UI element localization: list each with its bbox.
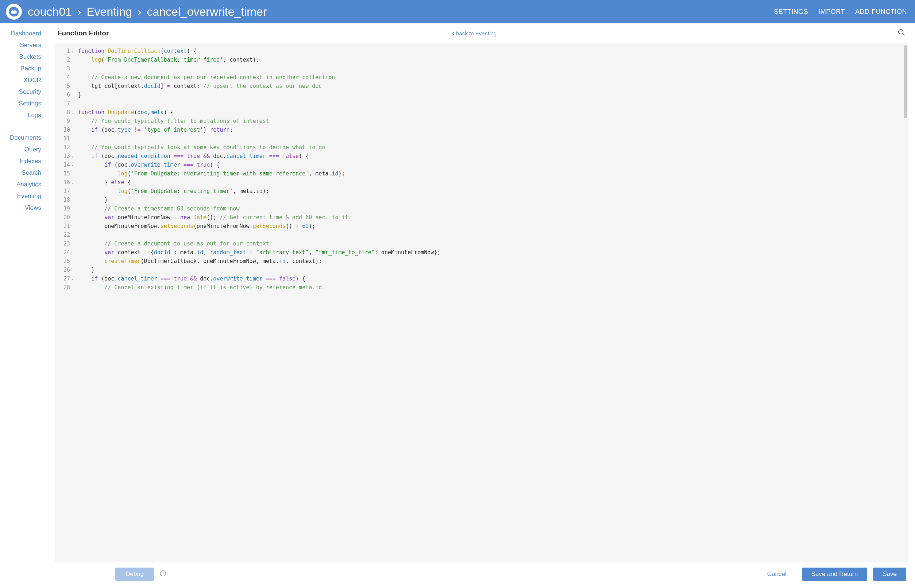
back-to-eventing-link[interactable]: < back to Eventing xyxy=(451,30,496,37)
code-line[interactable]: // You would typically look at some key … xyxy=(78,143,904,152)
code-line[interactable]: oneMinuteFromNow.setSeconds(oneMinuteFro… xyxy=(78,222,904,231)
search-icon[interactable] xyxy=(897,29,905,38)
logo-icon xyxy=(6,4,22,20)
code-line[interactable]: } xyxy=(78,195,904,204)
code-line[interactable] xyxy=(78,64,904,73)
code-line[interactable]: if (doc.needed_condition === true && doc… xyxy=(78,152,904,160)
code-line[interactable]: } xyxy=(78,265,904,274)
code-line[interactable]: if (doc.cancel_timer === true && doc.ove… xyxy=(78,274,904,283)
main: DashboardServersBucketsBackupXDCRSecurit… xyxy=(0,23,915,588)
sidebar-item-indexes[interactable]: Indexes xyxy=(0,158,48,165)
top-nav: SETTINGS IMPORT ADD FUNCTION xyxy=(774,8,907,16)
code-line[interactable]: } xyxy=(78,90,904,99)
sidebar-item-search[interactable]: Search xyxy=(0,169,48,176)
code-line[interactable]: log('From OnUpdate: creating timer', met… xyxy=(78,187,904,195)
svg-point-8 xyxy=(163,572,163,573)
cancel-button[interactable]: Cancel xyxy=(758,568,796,581)
editor-footer: Debug Cancel Save and Return Save xyxy=(48,562,915,588)
sidebar-item-views[interactable]: Views xyxy=(0,204,48,212)
code-line[interactable]: tgt_col[context.docId] = context; // ups… xyxy=(78,82,904,90)
breadcrumb: couch01 › Eventing › cancel_overwrite_ti… xyxy=(28,5,774,19)
sidebar: DashboardServersBucketsBackupXDCRSecurit… xyxy=(0,23,48,588)
sidebar-item-query[interactable]: Query xyxy=(0,146,48,153)
code-line[interactable]: if (doc.overwrite_timer === true) { xyxy=(78,160,904,169)
sidebar-item-dashboard[interactable]: Dashboard xyxy=(0,30,48,37)
settings-link[interactable]: SETTINGS xyxy=(774,8,808,16)
page-title: Function Editor xyxy=(58,29,109,37)
save-and-return-button[interactable]: Save and Return xyxy=(802,568,868,581)
sidebar-item-backup[interactable]: Backup xyxy=(0,65,48,72)
sidebar-item-logs[interactable]: Logs xyxy=(0,111,48,119)
sidebar-item-eventing[interactable]: Eventing xyxy=(0,192,48,200)
info-icon[interactable] xyxy=(160,570,167,578)
add-function-link[interactable]: ADD FUNCTION xyxy=(855,8,907,16)
breadcrumb-segment[interactable]: Eventing xyxy=(86,5,132,18)
debug-button[interactable]: Debug xyxy=(115,568,154,581)
code-line[interactable]: function OnUpdate(doc,meta) { xyxy=(78,108,904,117)
sidebar-item-xdcr[interactable]: XDCR xyxy=(0,77,48,84)
code-line[interactable] xyxy=(78,231,904,239)
sidebar-item-settings[interactable]: Settings xyxy=(0,100,48,107)
code-line[interactable]: // You would typically filter to mutatio… xyxy=(78,117,904,126)
breadcrumb-segment: cancel_overwrite_timer xyxy=(147,5,267,18)
svg-rect-2 xyxy=(12,10,13,12)
code-line[interactable]: // Create a new document as per our rece… xyxy=(78,73,904,82)
svg-line-5 xyxy=(903,34,905,36)
chevron-right-icon: › xyxy=(75,5,84,18)
line-number-gutter: 1234567891011121314151617181920212223242… xyxy=(55,43,72,562)
sidebar-item-buckets[interactable]: Buckets xyxy=(0,53,48,61)
code-line[interactable]: // Create a document to use as out for o… xyxy=(78,239,904,248)
svg-point-4 xyxy=(899,29,903,34)
code-line[interactable]: } else { xyxy=(78,178,904,187)
code-area[interactable]: function DocTimerCallback(context) { log… xyxy=(72,43,909,562)
code-line[interactable]: // Cancel an existing timer (if it is ac… xyxy=(78,283,904,292)
svg-rect-3 xyxy=(15,10,16,12)
svg-rect-1 xyxy=(11,11,17,14)
code-line[interactable]: if (doc.type != 'type_of_interest') retu… xyxy=(78,126,904,134)
code-editor[interactable]: 1234567891011121314151617181920212223242… xyxy=(55,43,909,562)
code-line[interactable] xyxy=(78,99,904,108)
scrollbar-thumb[interactable] xyxy=(904,45,907,118)
sidebar-item-documents[interactable]: Documents xyxy=(0,134,48,142)
code-line[interactable]: createTimer(DocTimerCallback, oneMinuteF… xyxy=(78,257,904,265)
breadcrumb-segment[interactable]: couch01 xyxy=(28,5,72,18)
content-header: Function Editor < back to Eventing xyxy=(48,23,915,43)
chevron-right-icon: › xyxy=(135,5,144,18)
code-line[interactable]: log('From DocTimerCallback: timer fired'… xyxy=(78,55,904,64)
code-line[interactable]: log('From OnUpdate: overwriting timer wi… xyxy=(78,169,904,178)
code-line[interactable]: var oneMinuteFromNow = new Date(); // Ge… xyxy=(78,213,904,222)
code-line[interactable]: // Create a timestamp 60 seconds from no… xyxy=(78,204,904,213)
code-line[interactable]: var context = {docId : meta.id, random_t… xyxy=(78,248,904,257)
save-button[interactable]: Save xyxy=(873,568,906,581)
top-header: couch01 › Eventing › cancel_overwrite_ti… xyxy=(0,0,915,23)
content: Function Editor < back to Eventing 12345… xyxy=(48,23,915,588)
sidebar-item-security[interactable]: Security xyxy=(0,88,48,95)
code-line[interactable]: function DocTimerCallback(context) { xyxy=(78,47,904,55)
sidebar-item-servers[interactable]: Servers xyxy=(0,42,48,49)
code-line[interactable] xyxy=(78,134,904,143)
import-link[interactable]: IMPORT xyxy=(818,8,845,16)
sidebar-item-analytics[interactable]: Analytics xyxy=(0,181,48,188)
